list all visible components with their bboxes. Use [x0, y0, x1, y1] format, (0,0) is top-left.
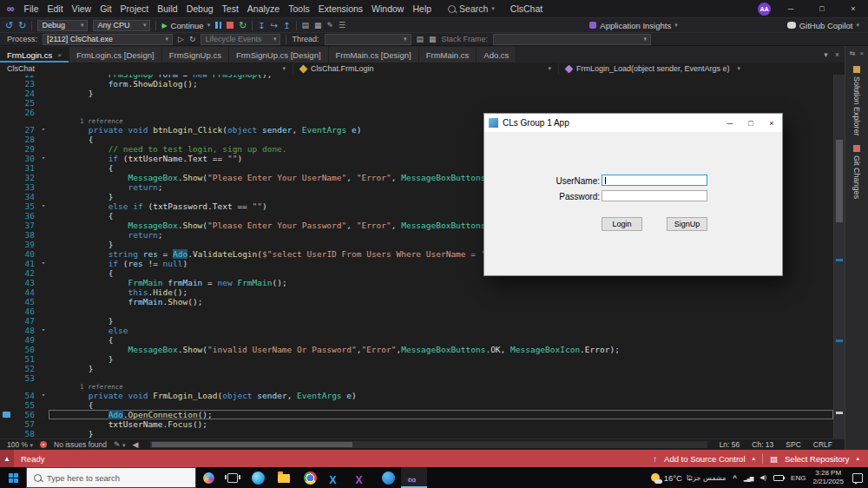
- menu-build[interactable]: Build: [153, 3, 181, 14]
- vertical-scrollbar[interactable]: [833, 75, 845, 439]
- flag-icon[interactable]: ▦: [429, 35, 437, 43]
- taskbar-app-edge[interactable]: [245, 467, 271, 488]
- github-copilot-button[interactable]: GitHub Copilot ▾: [787, 21, 859, 30]
- taskbar-app-app-x[interactable]: [323, 467, 349, 488]
- fold-marker-icon[interactable]: ▾: [38, 259, 49, 268]
- weather-widget[interactable]: 16°C مشمس جزئيًا: [651, 473, 726, 483]
- zoom-dropdown[interactable]: 100 % ▾: [7, 440, 33, 449]
- step-into-button[interactable]: ↧: [258, 21, 265, 30]
- fold-marker-icon[interactable]: ▾: [38, 391, 49, 400]
- stack-frame-dropdown[interactable]: ▾: [493, 34, 651, 45]
- continue-button[interactable]: ▶ Continue ▾: [161, 21, 210, 30]
- tab-frmmain-cs[interactable]: FrmMain.cs: [419, 47, 477, 63]
- code-text[interactable]: form.ShowDialog();: [49, 79, 833, 89]
- code-text[interactable]: else: [49, 326, 833, 335]
- side-tab-git-changes[interactable]: Git Changes: [852, 145, 861, 199]
- code-text[interactable]: }: [49, 354, 833, 364]
- taskbar-search-input[interactable]: Type here to search: [26, 467, 196, 488]
- menu-project[interactable]: Project: [116, 3, 154, 14]
- search-box[interactable]: Search ▾: [448, 3, 495, 14]
- menu-debug[interactable]: Debug: [182, 3, 218, 14]
- breadcrumb-segment[interactable]: ClsChat.FrmLogin▾: [293, 63, 559, 75]
- select-repository-button[interactable]: Select Repository: [785, 454, 849, 464]
- stop-debugging-button[interactable]: [227, 22, 233, 29]
- taskbar-app-app-circle[interactable]: [375, 467, 401, 488]
- code-text[interactable]: Ado.OpenConnection();: [49, 410, 833, 419]
- code-text[interactable]: }: [49, 316, 833, 326]
- close-panel-icon[interactable]: ×: [860, 49, 865, 57]
- restart-button[interactable]: ↻: [239, 20, 247, 31]
- fold-marker-icon[interactable]: ▾: [38, 326, 49, 335]
- breadcrumb-segment[interactable]: ClsChat▾: [0, 63, 293, 75]
- taskbar-app-vs[interactable]: [401, 467, 427, 488]
- step-over-button[interactable]: ↪: [271, 21, 278, 30]
- fold-marker-icon[interactable]: ▾: [38, 154, 49, 163]
- code-text[interactable]: txtUserName.Focus();: [49, 419, 833, 429]
- code-text[interactable]: this.Hide();: [49, 287, 833, 297]
- username-input[interactable]: [602, 175, 707, 186]
- breadcrumb-segment[interactable]: FrmLogin_Load(object sender, EventArgs e…: [559, 63, 845, 75]
- process-icon[interactable]: ▷: [178, 35, 184, 43]
- menu-view[interactable]: View: [68, 3, 96, 14]
- code-text[interactable]: MessageBox.Show("invalid UserName Or Pas…: [49, 345, 833, 354]
- clock[interactable]: 3:28 PM 2/21/2025: [812, 469, 844, 486]
- code-text[interactable]: [49, 98, 833, 108]
- taskbar-app-explorer[interactable]: [271, 467, 297, 488]
- code-text[interactable]: FrmMain frmMain = new FrmMain();: [49, 278, 833, 287]
- column-indicator[interactable]: Ch: 13: [752, 440, 773, 449]
- dialog-minimize-button[interactable]: ─: [720, 119, 740, 128]
- close-document-icon[interactable]: ×: [835, 50, 839, 59]
- code-text[interactable]: {: [49, 335, 833, 345]
- code-text[interactable]: [49, 307, 833, 316]
- account-avatar[interactable]: AA: [758, 3, 771, 16]
- menu-git[interactable]: Git: [95, 3, 115, 14]
- navigate-back-icon[interactable]: ↺: [5, 20, 13, 31]
- scrollbar-thumb[interactable]: [152, 442, 352, 447]
- fold-marker-icon[interactable]: ▾: [38, 201, 49, 211]
- refresh-icon[interactable]: ↻: [189, 35, 196, 43]
- code-text[interactable]: frmMain.Show();: [49, 297, 833, 307]
- maximize-button[interactable]: □: [811, 4, 833, 13]
- code-text[interactable]: }: [49, 429, 833, 439]
- menu-extensions[interactable]: Extensions: [314, 3, 367, 14]
- space-mode-indicator[interactable]: SPC: [786, 440, 800, 449]
- language-indicator[interactable]: ENG: [791, 474, 806, 482]
- code-text[interactable]: [49, 373, 833, 383]
- platform-dropdown[interactable]: Any CPU▾: [93, 20, 150, 31]
- process-dropdown[interactable]: [2112] ClsChat.exe▾: [43, 34, 173, 45]
- navigate-forward-icon[interactable]: ↻: [18, 20, 26, 31]
- tab-frmlogin-cs[interactable]: FrmLogin.cs×: [0, 47, 69, 63]
- swap-panels-icon[interactable]: ⇆: [850, 49, 856, 57]
- menu-test[interactable]: Test: [218, 3, 243, 14]
- menu-window[interactable]: Window: [367, 3, 408, 14]
- application-insights-dropdown[interactable]: Application Insights ▾: [589, 21, 677, 30]
- battery-icon[interactable]: [773, 475, 784, 481]
- scroll-left-arrow-icon[interactable]: ◀: [133, 440, 139, 449]
- line-indicator[interactable]: Ln: 56: [720, 440, 740, 449]
- save-button[interactable]: ▤: [302, 21, 310, 30]
- close-tab-icon[interactable]: ×: [57, 51, 62, 59]
- menu-file[interactable]: File: [20, 3, 43, 14]
- menu-help[interactable]: Help: [408, 3, 436, 14]
- menu-tools[interactable]: Tools: [284, 3, 314, 14]
- lifecycle-events-dropdown[interactable]: Lifecycle Events▾: [201, 34, 280, 45]
- edit-icon[interactable]: ✎: [327, 21, 334, 30]
- fold-marker-icon[interactable]: ▾: [38, 125, 49, 135]
- login-button[interactable]: Login: [602, 217, 642, 231]
- taskbar-app-app-xp[interactable]: [349, 467, 375, 488]
- step-out-button[interactable]: ↥: [283, 21, 290, 30]
- network-icon[interactable]: ▂▄▆: [744, 475, 753, 481]
- tab-ado-cs[interactable]: Ado.cs: [477, 47, 516, 63]
- tab-frmlogin-cs-design[interactable]: FrmLogin.cs [Design]: [69, 47, 162, 63]
- save-all-button[interactable]: ▦: [314, 21, 322, 30]
- tab-frmsignup-cs-design[interactable]: FrmSignUp.cs [Design]: [229, 47, 329, 63]
- close-button[interactable]: ×: [842, 4, 865, 13]
- code-text[interactable]: }: [49, 89, 833, 98]
- action-center-icon[interactable]: [852, 473, 863, 483]
- codelens-indicator[interactable]: 1 reference: [0, 383, 833, 391]
- debug-config-dropdown[interactable]: Debug▾: [37, 20, 88, 31]
- edit-tracking-icon[interactable]: ✎ ▾: [114, 440, 126, 449]
- thread-icon[interactable]: ▤: [417, 35, 424, 43]
- issues-status[interactable]: No issues found: [54, 440, 107, 449]
- task-view-button[interactable]: [220, 467, 245, 488]
